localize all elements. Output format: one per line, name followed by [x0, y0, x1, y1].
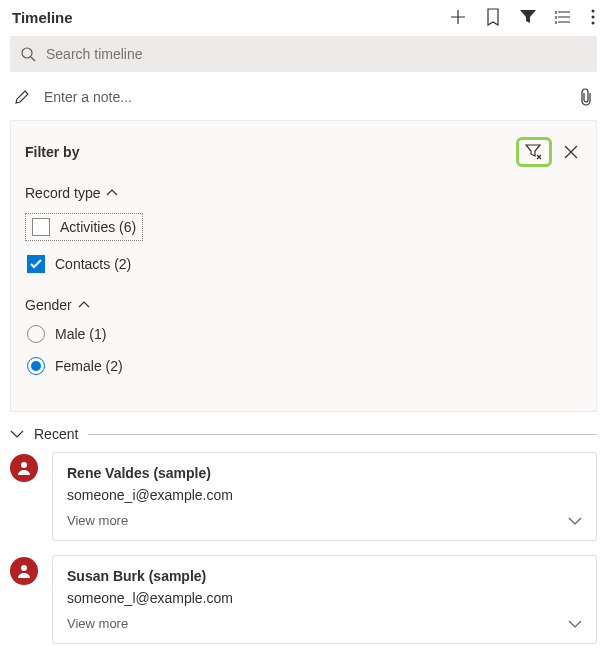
checkbox-activities[interactable]: [32, 218, 50, 236]
sort-icon[interactable]: [555, 9, 573, 25]
checkbox-contacts[interactable]: [27, 255, 45, 273]
svg-point-2: [592, 22, 595, 25]
chevron-up-icon: [106, 189, 118, 197]
filter-icon[interactable]: [519, 9, 537, 25]
search-input[interactable]: [46, 46, 587, 62]
record-item: Susan Burk (sample) someone_l@example.co…: [0, 555, 607, 650]
view-more-link[interactable]: View more: [67, 513, 128, 528]
section-recent[interactable]: Recent: [0, 412, 607, 452]
checkbox-activities-wrapper[interactable]: Activities (6): [25, 213, 143, 241]
radio-female[interactable]: [27, 357, 45, 375]
chevron-up-icon: [78, 301, 90, 309]
record-item: Rene Valdes (sample) someone_i@example.c…: [0, 452, 607, 555]
record-name: Rene Valdes (sample): [67, 465, 582, 481]
record-footer: View more: [67, 616, 582, 631]
chevron-down-icon: [10, 429, 24, 439]
search-bar[interactable]: [10, 36, 597, 72]
radio-label: Male (1): [55, 326, 106, 342]
clear-filter-button[interactable]: [516, 137, 552, 167]
svg-point-0: [592, 10, 595, 13]
svg-point-3: [22, 48, 32, 58]
filter-title: Filter by: [25, 144, 516, 160]
note-row[interactable]: Enter a note...: [0, 78, 607, 120]
svg-point-5: [21, 565, 27, 571]
svg-point-4: [21, 462, 27, 468]
radio-label: Female (2): [55, 358, 123, 374]
group-gender[interactable]: Gender: [25, 297, 582, 313]
record-card[interactable]: Susan Burk (sample) someone_l@example.co…: [52, 555, 597, 644]
close-icon[interactable]: [560, 141, 582, 163]
attachment-icon[interactable]: [579, 88, 593, 106]
avatar[interactable]: [10, 454, 38, 482]
checkbox-label: Contacts (2): [55, 256, 131, 272]
add-icon[interactable]: [449, 8, 467, 26]
divider-line: [88, 434, 597, 435]
search-icon: [20, 46, 36, 62]
more-icon[interactable]: [591, 9, 595, 25]
chevron-down-icon[interactable]: [568, 619, 582, 629]
filter-header: Filter by: [25, 137, 582, 167]
group-record-type[interactable]: Record type: [25, 185, 582, 201]
note-placeholder: Enter a note...: [44, 89, 579, 105]
radio-male-row[interactable]: Male (1): [25, 325, 582, 343]
group-label: Gender: [25, 297, 72, 313]
group-label: Record type: [25, 185, 100, 201]
radio-female-row[interactable]: Female (2): [25, 357, 582, 375]
record-email: someone_i@example.com: [67, 487, 582, 503]
radio-male[interactable]: [27, 325, 45, 343]
record-card[interactable]: Rene Valdes (sample) someone_i@example.c…: [52, 452, 597, 541]
section-label: Recent: [34, 426, 78, 442]
record-footer: View more: [67, 513, 582, 528]
chevron-down-icon[interactable]: [568, 516, 582, 526]
view-more-link[interactable]: View more: [67, 616, 128, 631]
record-email: someone_l@example.com: [67, 590, 582, 606]
checkbox-contacts-row[interactable]: Contacts (2): [25, 255, 582, 273]
edit-icon: [14, 89, 30, 105]
header-actions: [449, 8, 595, 26]
checkbox-label: Activities (6): [60, 219, 136, 235]
timeline-header: Timeline: [0, 0, 607, 30]
filter-panel: Filter by Record type Activities (6) Con…: [10, 120, 597, 412]
svg-point-1: [592, 16, 595, 19]
avatar[interactable]: [10, 557, 38, 585]
bookmark-icon[interactable]: [485, 8, 501, 26]
page-title: Timeline: [12, 9, 449, 26]
record-name: Susan Burk (sample): [67, 568, 582, 584]
